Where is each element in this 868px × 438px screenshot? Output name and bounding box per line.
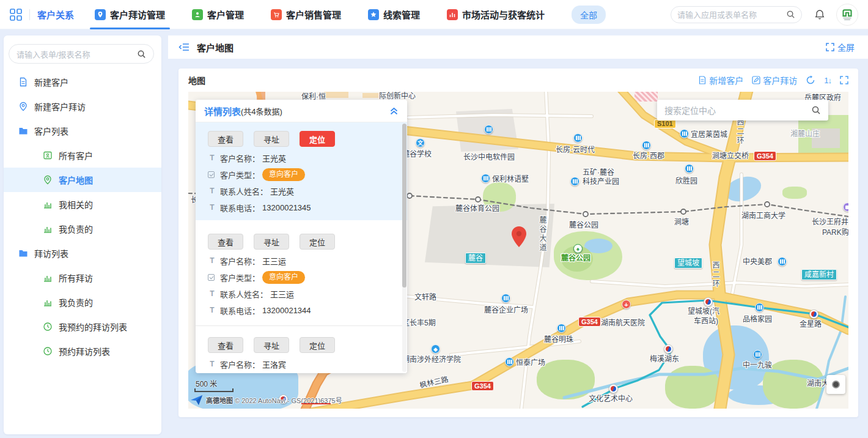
building-poi-icon[interactable]	[501, 294, 510, 303]
panel-title: 详情列表	[204, 105, 241, 117]
contact-phone: 13200021345	[262, 203, 311, 212]
locate-button[interactable]: 定位	[300, 337, 335, 353]
tab-customer-mgmt[interactable]: 客户管理	[192, 0, 244, 29]
hospital-poi-icon[interactable]: +	[622, 300, 631, 309]
collapse-sidebar-icon[interactable]	[178, 43, 189, 51]
customer-visit-button[interactable]: 客户拜访	[752, 74, 797, 86]
fullscreen-button[interactable]: 全屏	[826, 41, 855, 53]
refresh-icon[interactable]	[806, 75, 815, 85]
building-poi-icon[interactable]	[778, 257, 787, 266]
contact-phone: 13200021344	[262, 306, 311, 315]
sidebar-item-my-reserved-visits[interactable]: 我预约的拜访列表	[4, 314, 161, 339]
building-poi-icon[interactable]	[481, 174, 490, 183]
map-label: 梅溪湖东	[650, 355, 679, 363]
address-button[interactable]: 寻址	[254, 337, 289, 353]
sidebar-item-my-responsibility[interactable]: 我负责的	[4, 217, 161, 241]
sort-icon[interactable]: 1↓	[824, 76, 831, 85]
tab-leads-mgmt[interactable]: 线索管理	[368, 0, 420, 29]
form-search-input[interactable]: 请输入表单/报表名称	[9, 44, 154, 64]
notification-bell-icon[interactable]	[814, 9, 825, 20]
scrollbar-thumb[interactable]	[402, 124, 406, 288]
sidebar-item-label: 客户列表	[34, 125, 68, 137]
map-label: 湖南涉外经济学院	[402, 355, 461, 364]
sidebar-item-label: 所有客户	[59, 149, 93, 161]
fullscreen-label: 全屏	[837, 41, 855, 53]
college-poi-icon[interactable]: ◆	[431, 344, 440, 354]
building-poi-icon[interactable]	[505, 357, 514, 366]
metro-station-icon[interactable]	[609, 384, 618, 393]
customer-card: 查看 寻址 定位 T客户名称：王三运 客户类型：意向客户 T联系人姓名：王三运 …	[196, 220, 407, 326]
map-card: 地图 新增客户 客户拜访 1↓	[178, 69, 858, 417]
apps-grid-icon[interactable]	[10, 9, 22, 21]
contact-name: 王光英	[270, 185, 294, 197]
building-poi-icon[interactable]	[642, 141, 651, 150]
building-poi-icon[interactable]	[685, 164, 694, 173]
map-label: 涧塘	[674, 218, 689, 226]
address-button[interactable]: 寻址	[254, 131, 289, 147]
building-poi-icon[interactable]	[570, 177, 579, 186]
locate-me-button[interactable]	[826, 375, 845, 394]
map-label: 长沙中电软件园	[463, 153, 515, 161]
sidebar-group-customer-list[interactable]: 客户列表	[4, 119, 161, 143]
building-poi-icon[interactable]	[753, 350, 762, 359]
building-poi-icon[interactable]	[573, 133, 583, 143]
all-filter-badge[interactable]: 全部	[572, 6, 606, 24]
sidebar-item-all-visits[interactable]: 所有拜访	[4, 265, 161, 290]
view-button[interactable]: 查看	[208, 337, 243, 353]
tab-customer-visit-mgmt[interactable]: 客户拜访管理	[95, 0, 165, 29]
select-field-icon	[208, 274, 215, 281]
collapse-panel-icon[interactable]	[389, 106, 399, 115]
customer-type-badge: 意向客户	[262, 271, 305, 284]
tab-customer-sales-mgmt[interactable]: 客户销售管理	[271, 0, 341, 29]
org-logo-avatar[interactable]	[836, 4, 858, 26]
map-canvas[interactable]: 文 ◆ + ♠ 保利·恒 际创新中心 长沙中电软件园 长房·云时代 麓谷学校 保…	[188, 92, 848, 409]
tab-market-activity-stats[interactable]: 市场活动与获客统计	[447, 0, 545, 29]
building-poi-icon[interactable]	[557, 324, 566, 333]
customer-card: 查看 寻址 定位 T客户名称：王光英 客户类型：意向客户 T联系人姓名：王光英 …	[196, 122, 407, 220]
sidebar-item-all-customers[interactable]: 所有客户	[4, 143, 161, 168]
sidebar-item-related-to-me[interactable]: 我相关的	[4, 192, 161, 217]
building-poi-icon[interactable]	[484, 125, 493, 134]
map-label: 欣胜园	[675, 177, 697, 185]
building-poi-icon[interactable]	[755, 303, 764, 312]
locate-button[interactable]: 定位	[300, 131, 335, 147]
view-button[interactable]: 查看	[208, 131, 243, 147]
sidebar-item-new-customer[interactable]: 新建客户	[4, 70, 161, 94]
location-pin-icon	[43, 175, 53, 185]
customer-location-marker[interactable]	[512, 226, 526, 247]
building-poi-icon[interactable]	[680, 129, 689, 138]
metro-station-icon[interactable]	[704, 297, 713, 306]
stats-icon	[447, 9, 458, 20]
school-poi-icon[interactable]: 文	[416, 138, 425, 147]
view-button[interactable]: 查看	[208, 234, 243, 250]
field-label: 联系人姓名：	[220, 288, 268, 300]
global-search-input[interactable]: 请输入应用或表单名称	[671, 6, 802, 23]
panel-scrollbar[interactable]	[402, 124, 406, 372]
folder-icon	[18, 126, 28, 136]
locate-button[interactable]: 定位	[300, 234, 335, 250]
sidebar-group-visit-list[interactable]: 拜访列表	[4, 241, 161, 265]
map-label: 中一九骏	[743, 361, 772, 369]
search-placeholder: 搜索定位中心	[664, 104, 811, 116]
page-title: 客户地图	[197, 41, 234, 54]
mall-poi-icon[interactable]	[843, 202, 848, 212]
sidebar-item-customer-map[interactable]: 客户地图	[4, 168, 161, 192]
map-fullscreen-icon[interactable]	[840, 76, 848, 84]
park-poi-icon[interactable]: ♠	[573, 244, 583, 253]
map-search-input[interactable]: 搜索定位中心	[657, 100, 828, 121]
field-label: 客户类型：	[220, 169, 260, 180]
sidebar-item-new-customer-visit[interactable]: 新建客户拜访	[4, 94, 161, 119]
map-label: 麓谷体育公园	[455, 204, 499, 213]
metro-station-icon[interactable]	[809, 310, 818, 319]
sidebar-item-my-responsibility-visits[interactable]: 我负责的	[4, 290, 161, 314]
sidebar-item-reserved-visit-list[interactable]: 预约拜访列表	[4, 339, 161, 363]
bar-chart-icon	[43, 273, 53, 283]
road-badge-g354: G354	[471, 381, 494, 391]
add-customer-button[interactable]: 新增客户	[698, 74, 743, 86]
location-pin-icon	[18, 102, 28, 111]
address-button[interactable]: 寻址	[254, 234, 289, 250]
metro-station-icon[interactable]	[664, 344, 673, 354]
map-scale-bar	[194, 388, 234, 392]
pin-icon	[95, 9, 106, 20]
brand-title[interactable]: 客户关系	[37, 8, 74, 21]
